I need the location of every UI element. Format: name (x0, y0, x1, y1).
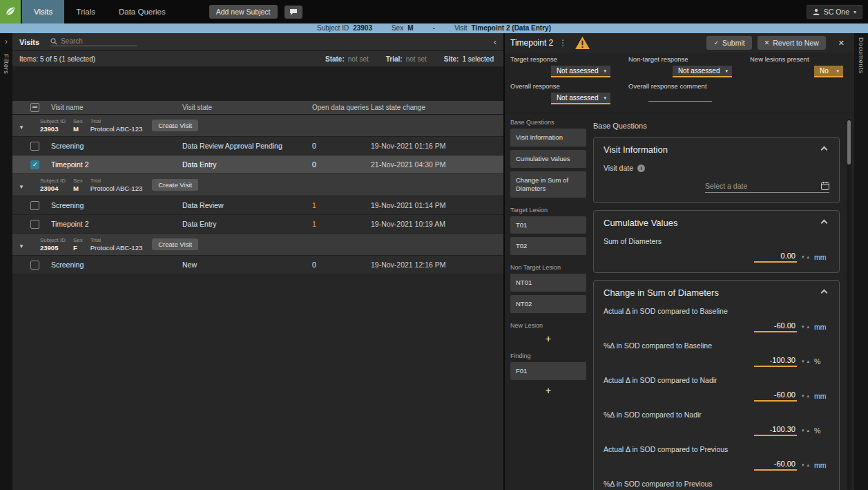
visit-row[interactable]: Timepoint 2 Data Entry 1 19-Nov-2021 10:… (12, 215, 503, 234)
unit-label: mm (814, 323, 829, 331)
nav-nt01[interactable]: NT01 (510, 274, 586, 292)
collapse-section-icon[interactable] (821, 290, 828, 296)
form-scrollbar[interactable] (847, 119, 851, 490)
sum-of-diameters-input[interactable]: 0.00 (754, 252, 797, 263)
nav-t02[interactable]: T02 (510, 237, 586, 255)
scrollbar-thumb[interactable] (847, 120, 851, 164)
decrement-icon[interactable]: ▾ (802, 428, 804, 433)
column-last-state-change[interactable]: Last state change (371, 104, 503, 111)
tab-data-queries[interactable]: Data Queries (107, 0, 177, 23)
subject-group-row-23904[interactable]: ▾ Subject ID23904 SexM TrialProtocol ABC… (12, 174, 503, 196)
nav-t01[interactable]: T01 (510, 216, 586, 234)
filters-strip: › Filters (0, 33, 12, 490)
nav-change-in-sod[interactable]: Change in Sum of Diameters (510, 171, 586, 198)
collapse-group-icon[interactable]: ▾ (20, 183, 23, 190)
collapse-visits-panel-button[interactable]: ‹ (494, 37, 496, 46)
nav-f01[interactable]: F01 (510, 362, 586, 380)
chevron-down-icon: ▾ (836, 68, 839, 74)
increment-icon[interactable]: ▴ (807, 324, 809, 330)
increment-icon[interactable]: ▴ (807, 393, 809, 399)
submit-label: Submit (722, 39, 745, 47)
visit-row[interactable]: Screening New 0 19-Nov-2021 12:16 PM (12, 256, 503, 274)
tab-visits[interactable]: Visits (22, 0, 64, 23)
app-logo[interactable] (0, 0, 21, 23)
documents-strip-label[interactable]: Documents (858, 37, 865, 74)
sod-field-input[interactable]: -100.30 (754, 425, 797, 436)
decrement-icon[interactable]: ▾ (802, 359, 804, 364)
visit-date-label: Visit date (604, 164, 633, 172)
filters-strip-label[interactable]: Filters (3, 54, 10, 74)
collapse-section-icon[interactable] (821, 220, 828, 227)
sod-field-input[interactable]: -100.30 (754, 356, 797, 367)
decrement-icon[interactable]: ▾ (802, 393, 804, 399)
group-sex-label: Sex (73, 178, 83, 185)
visit-state: Data Review (182, 201, 312, 209)
sod-field-input[interactable]: -60.00 (754, 390, 797, 402)
close-form-button[interactable]: ✕ (834, 37, 849, 49)
calendar-icon[interactable] (821, 182, 829, 190)
user-menu[interactable]: SC One ▾ (807, 5, 862, 19)
overall-response-select[interactable]: Not assessed ▾ (551, 93, 610, 104)
form-section-nav: Base Questions Visit Information Cumulat… (510, 119, 586, 490)
subject-group-row-23903[interactable]: ▾ Subject ID23903 SexM TrialProtocol ABC… (12, 115, 503, 137)
sex-value: M (407, 25, 413, 32)
collapse-group-icon[interactable]: ▾ (20, 124, 23, 131)
increment-icon[interactable]: ▴ (807, 428, 809, 433)
add-new-lesion-button[interactable]: + (510, 332, 586, 347)
user-icon (813, 8, 820, 15)
row-checkbox[interactable] (30, 261, 39, 270)
nav-visit-information[interactable]: Visit Information (510, 129, 586, 147)
visit-row[interactable]: Screening Data Review Approval Pending 0… (12, 137, 503, 156)
column-open-data-queries[interactable]: Open data queries (312, 104, 371, 111)
add-finding-button[interactable]: + (510, 384, 586, 399)
collapse-section-icon[interactable] (821, 147, 828, 153)
add-new-subject-button[interactable]: Add new Subject (209, 5, 278, 19)
new-lesions-select[interactable]: No ▾ (814, 66, 843, 77)
nav-nt02[interactable]: NT02 (510, 295, 586, 313)
row-checkbox-checked[interactable] (30, 160, 39, 169)
decrement-icon[interactable]: ▾ (802, 254, 804, 260)
trial-filter-value[interactable]: not set (406, 55, 427, 63)
column-visit-state[interactable]: Visit state (182, 104, 312, 111)
search-input[interactable] (61, 37, 137, 45)
collapse-group-icon[interactable]: ▾ (20, 243, 23, 249)
create-visit-button[interactable]: Create Visit (152, 238, 198, 250)
target-response-select[interactable]: Not assessed ▾ (551, 66, 610, 77)
row-checkbox[interactable] (30, 201, 39, 210)
last-state-change: 19-Nov-2021 01:16 PM (371, 142, 503, 150)
increment-icon[interactable]: ▴ (807, 254, 809, 260)
create-visit-button[interactable]: Create Visit (152, 120, 198, 131)
tab-trials[interactable]: Trials (64, 0, 107, 23)
site-filter-value[interactable]: 1 selected (462, 55, 494, 63)
select-all-checkbox[interactable] (30, 103, 39, 112)
increment-icon[interactable]: ▴ (807, 462, 809, 468)
state-filter-value[interactable]: not set (348, 55, 369, 63)
increment-icon[interactable]: ▴ (807, 359, 809, 364)
group-sex-label: Sex (73, 237, 83, 244)
column-visit-name[interactable]: Visit name (51, 104, 182, 111)
visit-row[interactable]: Screening Data Review 1 19-Nov-2021 01:1… (12, 196, 503, 215)
visit-row-selected[interactable]: Timepoint 2 Data Entry 0 21-Nov-2021 04:… (12, 156, 503, 174)
sod-field-input[interactable]: -60.00 (754, 321, 797, 332)
decrement-icon[interactable]: ▾ (802, 324, 804, 330)
non-target-response-label: Non-target response (628, 55, 732, 63)
visit-form-panel: Timepoint 2 ⋮ ✓ Submit ✕ Revert to Ne (505, 33, 854, 490)
non-target-response-select[interactable]: Not assessed ▾ (673, 66, 732, 77)
decrement-icon[interactable]: ▾ (802, 462, 804, 468)
nav-cumulative-values[interactable]: Cumulative Values (510, 150, 586, 168)
sod-field-input[interactable]: -60.00 (754, 460, 797, 471)
unit-label: % (814, 357, 829, 366)
submit-button[interactable]: ✓ Submit (706, 36, 751, 50)
visit-date-input[interactable]: Select a date (705, 182, 829, 193)
overall-response-comment-input[interactable] (648, 93, 712, 102)
form-content: Base Questions Visit Information Visit d… (593, 119, 840, 490)
revert-to-new-button[interactable]: ✕ Revert to New (758, 36, 826, 50)
row-checkbox[interactable] (30, 142, 39, 151)
kebab-menu-icon[interactable]: ⋮ (559, 38, 567, 48)
subject-group-row-23905[interactable]: ▾ Subject ID23905 SexF TrialProtocol ABC… (12, 234, 503, 256)
row-checkbox[interactable] (30, 220, 39, 229)
comments-button[interactable] (284, 6, 302, 19)
create-visit-button[interactable]: Create Visit (152, 179, 198, 191)
expand-filters-button[interactable]: › (5, 37, 8, 46)
visit-search[interactable] (50, 37, 137, 46)
